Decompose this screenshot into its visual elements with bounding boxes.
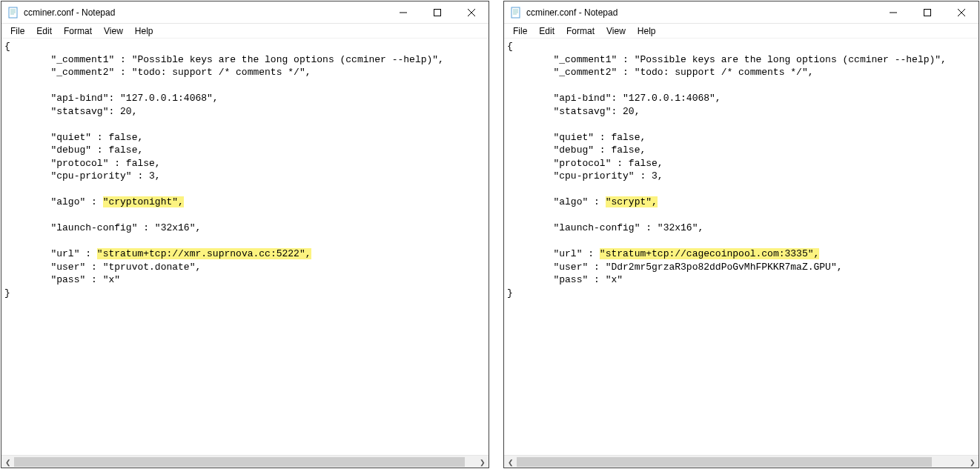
code-text: "algo" : xyxy=(50,196,102,207)
code-line: "api-bind": "127.0.0.1:4068", xyxy=(507,92,976,105)
code-line xyxy=(4,79,486,93)
code-text: "url" : xyxy=(50,248,96,259)
notepad-app-icon xyxy=(7,7,19,19)
code-text: "_comment2" : "todo: support /* comments… xyxy=(50,67,311,78)
code-text: "api-bind": "127.0.0.1:4068", xyxy=(50,93,218,104)
notepad-window-left: ccminer.conf - Notepad File Edit Format … xyxy=(1,1,489,468)
code-line xyxy=(4,118,486,131)
code-line: "api-bind": "127.0.0.1:4068", xyxy=(4,92,486,105)
notepad-app-icon xyxy=(510,7,522,19)
code-text: "api-bind": "127.0.0.1:4068", xyxy=(553,93,721,104)
menu-view[interactable]: View xyxy=(98,25,129,37)
code-text: "protocol" : false, xyxy=(553,158,663,169)
code-line xyxy=(507,235,976,248)
maximize-button[interactable] xyxy=(420,1,454,24)
code-line: "algo" : "scrypt", xyxy=(507,196,976,209)
code-text: "debug" : false, xyxy=(553,144,646,156)
code-text: "debug" : false, xyxy=(50,144,143,156)
code-text: { xyxy=(507,41,513,52)
code-line: "_comment2" : "todo: support /* comments… xyxy=(4,66,486,79)
code-line xyxy=(507,209,976,222)
code-line xyxy=(507,79,976,93)
menubar: File Edit Format View Help xyxy=(504,24,979,39)
code-line: "statsavg": 20, xyxy=(4,105,486,119)
minimize-button[interactable] xyxy=(386,1,420,24)
horizontal-scrollbar[interactable]: ❮ ❯ xyxy=(1,455,489,468)
menu-view[interactable]: View xyxy=(600,25,632,37)
code-line: "protocol" : false, xyxy=(4,157,486,170)
code-text: "algo" : xyxy=(553,196,605,207)
code-line: "debug" : false, xyxy=(507,144,976,157)
highlighted-text: "stratum+tcp://cagecoinpool.com:3335", xyxy=(600,248,819,259)
code-text: "launch-config" : "32x16", xyxy=(50,222,201,233)
code-text: } xyxy=(507,287,513,299)
titlebar[interactable]: ccminer.conf - Notepad xyxy=(504,1,979,24)
code-line: "quiet" : false, xyxy=(4,131,486,144)
scroll-right-arrow-icon[interactable]: ❯ xyxy=(966,456,979,468)
code-text: "statsavg": 20, xyxy=(50,106,137,117)
menu-format[interactable]: Format xyxy=(560,25,600,37)
highlighted-text: "cryptonight", xyxy=(103,196,184,207)
horizontal-scrollbar[interactable]: ❮ ❯ xyxy=(504,455,979,468)
code-line: "user" : "tpruvot.donate", xyxy=(4,261,486,274)
code-line: "protocol" : false, xyxy=(507,157,976,170)
code-line: "algo" : "cryptonight", xyxy=(4,196,486,209)
code-text: "_comment1" : "Possible keys are the lon… xyxy=(50,54,444,65)
menu-format[interactable]: Format xyxy=(58,25,98,37)
scroll-thumb[interactable] xyxy=(517,457,932,467)
code-line: "quiet" : false, xyxy=(507,131,976,144)
code-text: "_comment2" : "todo: support /* comments… xyxy=(553,67,813,78)
code-text: "quiet" : false, xyxy=(553,132,646,143)
text-area[interactable]: { "_comment1" : "Possible keys are the l… xyxy=(504,39,979,455)
code-line xyxy=(507,183,976,196)
menu-file[interactable]: File xyxy=(507,25,533,37)
text-area[interactable]: { "_comment1" : "Possible keys are the l… xyxy=(1,39,489,455)
code-line: "pass" : "x" xyxy=(507,273,976,287)
scroll-right-arrow-icon[interactable]: ❯ xyxy=(476,456,489,468)
menubar: File Edit Format View Help xyxy=(1,24,489,39)
code-text: "url" : xyxy=(553,248,599,259)
scroll-left-arrow-icon[interactable]: ❮ xyxy=(1,456,14,468)
code-line: "statsavg": 20, xyxy=(507,105,976,119)
code-text: "launch-config" : "32x16", xyxy=(553,222,703,233)
menu-edit[interactable]: Edit xyxy=(30,25,58,37)
code-line: "debug" : false, xyxy=(4,144,486,157)
code-line: } xyxy=(4,287,486,300)
code-line xyxy=(4,209,486,222)
code-text: "statsavg": 20, xyxy=(553,106,640,117)
code-line: "pass" : "x" xyxy=(4,273,486,287)
menu-edit[interactable]: Edit xyxy=(533,25,560,37)
menu-help[interactable]: Help xyxy=(632,25,662,37)
minimize-button[interactable] xyxy=(876,1,910,24)
code-line: "url" : "stratum+tcp://cagecoinpool.com:… xyxy=(507,247,976,261)
close-button[interactable] xyxy=(454,1,489,24)
svg-rect-6 xyxy=(434,9,441,16)
code-text: "cpu-priority" : 3, xyxy=(50,170,160,182)
notepad-window-right: ccminer.conf - Notepad File Edit Format … xyxy=(503,1,979,468)
window-title: ccminer.conf - Notepad xyxy=(526,7,618,18)
code-line xyxy=(507,118,976,131)
code-line: "cpu-priority" : 3, xyxy=(507,170,976,183)
scroll-thumb[interactable] xyxy=(14,457,465,467)
code-line: "launch-config" : "32x16", xyxy=(4,222,486,235)
code-text: } xyxy=(4,287,10,299)
scroll-left-arrow-icon[interactable]: ❮ xyxy=(504,456,517,468)
titlebar[interactable]: ccminer.conf - Notepad xyxy=(1,1,489,24)
code-text: { xyxy=(4,41,10,52)
window-title: ccminer.conf - Notepad xyxy=(24,7,115,18)
code-line: { xyxy=(507,40,976,53)
svg-rect-15 xyxy=(924,9,931,16)
maximize-button[interactable] xyxy=(910,1,944,24)
code-text: "user" : "Ddr2mr5grzaR3po82ddPoGvMhFPKKR… xyxy=(553,262,842,273)
code-text: "pass" : "x" xyxy=(50,274,120,285)
code-line: "_comment1" : "Possible keys are the lon… xyxy=(507,53,976,67)
code-line: "launch-config" : "32x16", xyxy=(507,222,976,235)
code-line: "url" : "stratum+tcp://xmr.suprnova.cc:5… xyxy=(4,247,486,261)
code-text: "cpu-priority" : 3, xyxy=(553,170,663,182)
menu-file[interactable]: File xyxy=(4,25,30,37)
code-line: "user" : "Ddr2mr5grzaR3po82ddPoGvMhFPKKR… xyxy=(507,261,976,274)
menu-help[interactable]: Help xyxy=(129,25,159,37)
code-text: "quiet" : false, xyxy=(50,132,143,143)
close-button[interactable] xyxy=(944,1,979,24)
code-line xyxy=(4,235,486,248)
